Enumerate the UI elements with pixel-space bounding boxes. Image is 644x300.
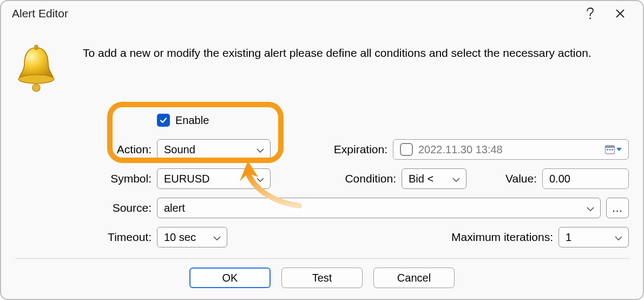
bell-icon (15, 41, 61, 96)
expiration-checkbox[interactable] (400, 143, 413, 156)
chevron-down-icon (452, 173, 461, 185)
checkmark-icon (157, 114, 170, 127)
condition-value: Bid < (409, 173, 433, 185)
source-value: alert (164, 202, 185, 214)
condition-combobox[interactable]: Bid < (402, 168, 466, 189)
max-iterations-value: 1 (566, 231, 571, 244)
symbol-value: EURUSD (164, 173, 209, 185)
enable-label: Enable (175, 114, 209, 127)
source-browse-button[interactable]: ... (606, 198, 629, 218)
source-label: Source: (96, 201, 157, 214)
chevron-down-icon (586, 202, 595, 214)
max-iterations-combobox[interactable]: 1 (558, 227, 629, 247)
dialog-description: To add a new or modify the existing aler… (83, 41, 629, 60)
timeout-label: Timeout: (96, 231, 157, 244)
svg-rect-8 (612, 149, 613, 151)
action-label: Action: (96, 143, 157, 156)
max-iterations-label: Maximum iterations: (429, 231, 558, 244)
expiration-label: Expiration: (323, 143, 393, 156)
value-input[interactable]: 0.00 (542, 168, 629, 189)
expiration-field[interactable]: 2022.11.30 13:48 (393, 139, 629, 160)
chevron-down-icon (256, 173, 265, 185)
more-label: ... (612, 202, 623, 214)
value-value: 0.00 (549, 173, 570, 185)
svg-point-0 (589, 18, 591, 19)
chevron-down-icon (256, 144, 265, 156)
timeout-value: 10 sec (164, 231, 196, 244)
svg-rect-5 (606, 146, 615, 148)
enable-checkbox[interactable]: Enable (157, 114, 209, 127)
source-combobox[interactable]: alert (157, 198, 601, 218)
action-value: Sound (164, 144, 195, 156)
value-label: Value: (466, 172, 542, 185)
expiration-value: 2022.11.30 13:48 (418, 144, 503, 156)
window-title: Alert Editor (12, 7, 575, 20)
svg-point-3 (32, 84, 40, 92)
chevron-down-icon (614, 231, 623, 244)
svg-rect-2 (35, 45, 38, 50)
symbol-label: Symbol: (96, 172, 157, 185)
condition-label: Condition: (331, 172, 402, 185)
svg-point-1 (18, 75, 54, 83)
ok-button[interactable]: OK (189, 268, 271, 288)
cancel-button[interactable]: Cancel (373, 268, 455, 288)
titlebar: Alert Editor (1, 1, 643, 26)
calendar-picker-icon[interactable] (604, 144, 622, 155)
timeout-combobox[interactable]: 10 sec (157, 227, 227, 247)
svg-rect-7 (609, 149, 611, 151)
chevron-down-icon (213, 231, 221, 244)
symbol-combobox[interactable]: EURUSD (157, 168, 271, 189)
action-combobox[interactable]: Sound (157, 139, 271, 160)
dialog-button-row: OK Test Cancel (15, 258, 629, 288)
svg-rect-6 (607, 149, 608, 151)
test-button[interactable]: Test (281, 268, 363, 288)
help-button[interactable] (575, 1, 605, 26)
close-button[interactable] (605, 1, 635, 26)
alert-editor-dialog: Alert Editor (0, 0, 644, 300)
